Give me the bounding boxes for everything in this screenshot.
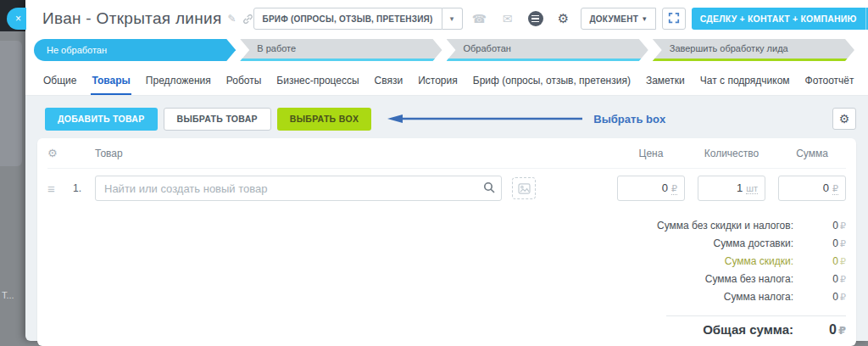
create-entities-button[interactable]: СДЕЛКУ + КОНТАКТ + КОМПАНИЮ xyxy=(692,8,865,30)
drag-handle-icon[interactable]: ≡ xyxy=(47,181,73,196)
product-list-settings-button[interactable]: ⚙ xyxy=(832,108,856,130)
page-title: Иван - Открытая линия xyxy=(42,9,222,28)
document-button[interactable]: ДОКУМЕНТ ▾ xyxy=(581,8,656,30)
gear-icon: ⚙ xyxy=(558,11,569,26)
currency-selector[interactable]: ₽ xyxy=(671,183,677,195)
products-tab-content: ДОБАВИТЬ ТОВАР ВЫБРАТЬ ТОВАР ВЫБРАТЬ BOX… xyxy=(25,96,868,346)
stage-in-progress[interactable]: В работе xyxy=(240,39,442,61)
background-page-block xyxy=(0,41,22,166)
panel-header: Иван - Открытая линия ✎ БРИФ (ОПРОСЫ, ОТ… xyxy=(25,0,868,96)
product-image-placeholder[interactable] xyxy=(512,177,536,199)
lead-slider-panel: × Иван - Открытая линия ✎ БРИФ (ОПРОСЫ, … xyxy=(25,0,868,341)
close-icon: × xyxy=(15,13,21,25)
edit-icon[interactable]: ✎ xyxy=(228,13,236,25)
caret-down-icon: ▾ xyxy=(450,15,454,23)
currency-selector[interactable]: ₽ xyxy=(832,183,838,195)
summary-row: Сумма без налога: 0₽ xyxy=(47,273,846,291)
sum-input[interactable]: 0 ₽ xyxy=(778,176,846,201)
close-button[interactable]: × xyxy=(7,8,26,30)
column-sum: Сумма xyxy=(778,148,846,159)
column-quantity: Количество xyxy=(698,148,765,159)
header-toolbar: БРИФ (ОПРОСЫ, ОТЗЫВ, ПРЕТЕНЗИЯ) ▾ ☎ ✉ ⚙ … xyxy=(253,8,868,30)
gear-icon: ⚙ xyxy=(839,112,850,126)
annotation-arrow-icon xyxy=(386,114,585,124)
summary-row: Сумма доставки: 0₽ xyxy=(47,237,846,255)
caret-down-icon: ▾ xyxy=(643,15,647,23)
background-truncated-text: Т... xyxy=(2,290,14,300)
summary-row: Сумма без скидки и налогов: 0₽ xyxy=(47,220,846,237)
select-box-button[interactable]: ВЫБРАТЬ BOX xyxy=(277,108,371,131)
row-index: 1. xyxy=(73,182,95,194)
tab-contractor-chat[interactable]: Чат с подрядчиком xyxy=(699,69,791,95)
brief-dropdown-button[interactable]: ▾ xyxy=(442,8,463,30)
totals-summary: Сумма без скидки и налогов: 0₽ Сумма дос… xyxy=(47,208,846,338)
column-price: Цена xyxy=(617,148,685,159)
annotation: Выбрать box xyxy=(386,113,665,126)
select-product-button[interactable]: ВЫБРАТЬ ТОВАР xyxy=(164,108,271,131)
phone-icon: ☎ xyxy=(472,12,487,25)
tab-links[interactable]: Связи xyxy=(374,69,404,95)
unit-selector[interactable]: шт xyxy=(746,183,758,194)
tab-business-processes[interactable]: Бизнес-процессы xyxy=(275,69,359,95)
mail-icon: ✉ xyxy=(503,12,513,25)
create-dropdown-button[interactable]: ▾ xyxy=(865,8,868,30)
link-icon[interactable] xyxy=(242,14,253,25)
ruble-icon: ₽ xyxy=(840,274,846,284)
phone-button[interactable]: ☎ xyxy=(469,8,491,30)
price-input[interactable]: 0 ₽ xyxy=(617,176,685,201)
settings-button[interactable]: ⚙ xyxy=(553,8,575,30)
add-product-button[interactable]: ДОБАВИТЬ ТОВАР xyxy=(45,108,158,131)
tab-photo-report[interactable]: Фотоотчёт xyxy=(804,69,855,95)
stage-not-processed[interactable]: Не обработан xyxy=(34,39,236,61)
ruble-icon: ₽ xyxy=(838,324,846,337)
stage-processed[interactable]: Обработан xyxy=(447,39,648,61)
brief-button[interactable]: БРИФ (ОПРОСЫ, ОТЗЫВ, ПРЕТЕНЗИЯ) xyxy=(253,8,442,30)
total-value: 0₽ xyxy=(793,322,846,338)
lead-stage-bar: Не обработан В работе Обработан Завершит… xyxy=(34,39,854,61)
tab-history[interactable]: История xyxy=(417,69,459,95)
tab-notes[interactable]: Заметки xyxy=(645,69,686,95)
tab-bar: Общие Товары Предложения Роботы Бизнес-п… xyxy=(42,69,854,95)
summary-divider xyxy=(666,315,846,316)
ruble-icon: ₽ xyxy=(840,292,846,302)
ruble-icon: ₽ xyxy=(840,256,846,266)
ruble-icon: ₽ xyxy=(840,220,846,231)
search-icon[interactable] xyxy=(482,181,496,198)
tab-robots[interactable]: Роботы xyxy=(225,69,263,95)
product-table-card: ⚙ Товар Цена Количество Сумма ≡ 1. xyxy=(37,138,856,346)
column-product: Товар xyxy=(95,148,617,159)
expand-button[interactable] xyxy=(662,8,686,30)
tab-brief[interactable]: Бриф (опросы, отзыв, претензия) xyxy=(472,69,632,95)
gear-icon: ⚙ xyxy=(47,147,58,159)
product-table-header: ⚙ Товар Цена Количество Сумма xyxy=(47,138,846,169)
mail-button[interactable]: ✉ xyxy=(497,8,519,30)
expand-icon xyxy=(668,12,680,26)
menu-circle-icon xyxy=(528,11,543,26)
column-settings-button[interactable]: ⚙ xyxy=(47,147,73,159)
total-row: Общая сумма: 0₽ xyxy=(47,322,846,338)
total-label: Общая сумма: xyxy=(703,322,793,337)
image-icon xyxy=(518,183,531,194)
summary-row-discount: Сумма скидки: 0₽ xyxy=(47,255,846,273)
product-row: ≡ 1. xyxy=(47,169,846,208)
tab-offers[interactable]: Предложения xyxy=(145,69,212,95)
quantity-input[interactable]: 1 шт xyxy=(698,176,765,201)
stage-finish-lead[interactable]: Завершить обработку лида xyxy=(653,39,854,61)
summary-row: Сумма налога: 0₽ xyxy=(47,291,846,309)
annotation-text: Выбрать box xyxy=(593,113,665,126)
tab-general[interactable]: Общие xyxy=(42,69,77,95)
product-actions-row: ДОБАВИТЬ ТОВАР ВЫБРАТЬ ТОВАР ВЫБРАТЬ BOX… xyxy=(37,103,856,134)
ruble-icon: ₽ xyxy=(840,238,846,248)
tab-products[interactable]: Товары xyxy=(91,69,131,95)
product-search-input[interactable] xyxy=(95,176,502,201)
menu-circle-button[interactable] xyxy=(525,8,547,30)
